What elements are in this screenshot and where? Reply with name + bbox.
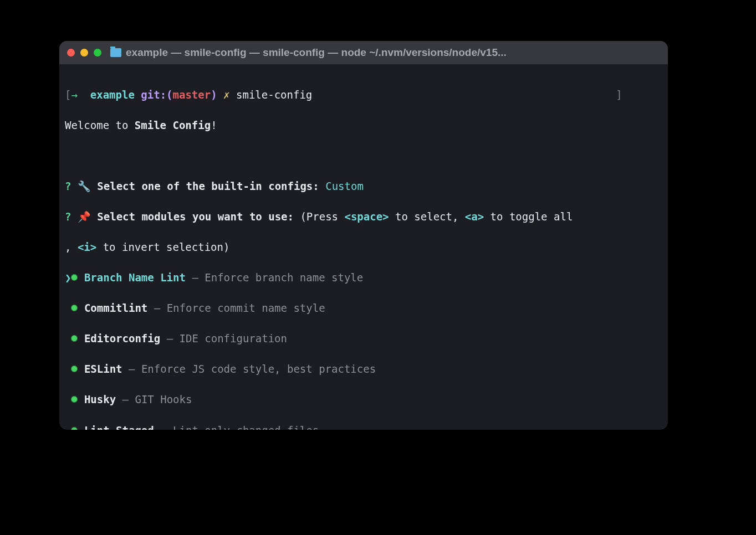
- question-2-cont: , <i> to invert selection): [65, 240, 662, 255]
- dirty-icon: ✗: [223, 89, 229, 101]
- question-mark-icon: ?: [65, 210, 71, 223]
- zoom-icon[interactable]: [94, 49, 101, 56]
- git-label: git:: [141, 89, 166, 101]
- module-name: Editorconfig: [84, 332, 160, 344]
- question-2-text: Select modules you want to use:: [97, 210, 294, 223]
- module-option[interactable]: Commitlint – Enforce commit name style: [65, 301, 662, 316]
- question-mark-icon: ?: [65, 180, 71, 192]
- module-desc: Lint only changed files: [173, 424, 319, 430]
- terminal-body[interactable]: [→ example git:(master) ✗ smile-config] …: [59, 64, 668, 430]
- key-space: <space>: [344, 210, 389, 223]
- module-option[interactable]: ❯ Branch Name Lint – Enforce branch name…: [65, 270, 662, 286]
- pin-icon: 📌: [78, 210, 91, 223]
- key-a: <a>: [465, 210, 484, 223]
- git-branch: master: [173, 89, 211, 101]
- prompt-dir: example: [90, 89, 135, 101]
- welcome-line: Welcome to Smile Config!: [65, 118, 662, 133]
- window-title-text: example — smile-config — smile-config — …: [126, 47, 507, 59]
- module-option[interactable]: Husky – GIT Hooks: [65, 392, 662, 408]
- cursor-arrow-icon: ❯: [65, 271, 71, 284]
- folder-icon: [110, 48, 121, 57]
- command: smile-config: [236, 89, 312, 101]
- bracket-left: [: [65, 89, 71, 101]
- prompt-line: [→ example git:(master) ✗ smile-config]: [65, 88, 662, 103]
- selected-dot-icon: [71, 274, 78, 281]
- selected-dot-icon: [71, 396, 78, 403]
- prompt-arrow: →: [71, 89, 77, 101]
- titlebar[interactable]: example — smile-config — smile-config — …: [59, 41, 668, 64]
- module-desc: Enforce JS code style, best practices: [141, 363, 376, 375]
- module-name: Lint Staged: [84, 424, 154, 430]
- module-name: ESLint: [84, 363, 122, 375]
- app-name: Smile Config: [135, 119, 211, 131]
- question-1-answer: Custom: [325, 180, 364, 192]
- selected-dot-icon: [71, 305, 78, 311]
- selected-dot-icon: [71, 427, 78, 430]
- module-name: Husky: [84, 393, 116, 405]
- close-icon[interactable]: [67, 49, 75, 56]
- module-name: Branch Name Lint: [84, 271, 186, 284]
- selected-dot-icon: [71, 335, 78, 342]
- minimize-icon[interactable]: [80, 49, 88, 56]
- window-title: example — smile-config — smile-config — …: [110, 47, 507, 59]
- wrench-icon: 🔧: [78, 180, 91, 192]
- question-1-text: Select one of the built-in configs:: [97, 180, 319, 192]
- module-desc: IDE configuration: [180, 332, 287, 344]
- module-desc: Enforce branch name style: [205, 271, 363, 284]
- module-desc: Enforce commit name style: [167, 302, 325, 314]
- question-1: ? 🔧 Select one of the built-in configs: …: [65, 179, 662, 194]
- selected-dot-icon: [71, 366, 78, 372]
- module-desc: GIT Hooks: [135, 393, 192, 405]
- terminal-window: example — smile-config — smile-config — …: [59, 41, 668, 430]
- module-option[interactable]: Editorconfig – IDE configuration: [65, 331, 662, 347]
- key-i: <i>: [78, 241, 96, 253]
- bracket-right: ]: [616, 89, 622, 101]
- module-option[interactable]: Lint Staged – Lint only changed files: [65, 423, 662, 430]
- module-option[interactable]: ESLint – Enforce JS code style, best pra…: [65, 362, 662, 377]
- module-name: Commitlint: [84, 302, 147, 314]
- question-2: ? 📌 Select modules you want to use: (Pre…: [65, 209, 662, 225]
